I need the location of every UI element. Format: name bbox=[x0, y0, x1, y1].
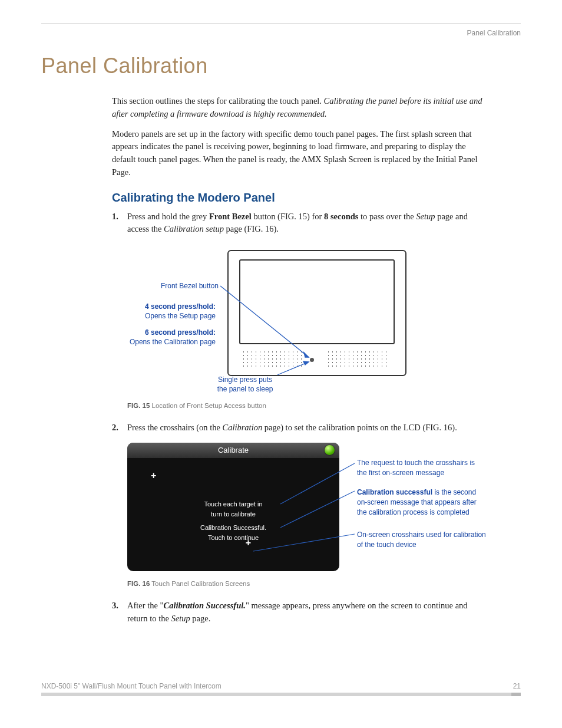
step-list: Press and hold the grey Front Bezel butt… bbox=[112, 210, 489, 625]
intro-para-2: Modero panels are set up in the factory … bbox=[112, 128, 489, 179]
footer-bar bbox=[41, 693, 521, 696]
step2-a: Press the crosshairs (on the bbox=[127, 423, 222, 432]
figure-15: Front Bezel button 4 second press/hold: … bbox=[110, 244, 487, 397]
svg-line-0 bbox=[220, 286, 309, 357]
annot-single-b: the panel to sleep bbox=[217, 385, 273, 393]
step1-i: page (FIG. 16). bbox=[224, 224, 279, 233]
running-head: Panel Calibration bbox=[41, 29, 521, 37]
step-1: Press and hold the grey Front Bezel butt… bbox=[112, 210, 489, 411]
fig15-caption: FIG. 15 Location of Front Setup Access b… bbox=[127, 401, 489, 411]
step3-a: After the " bbox=[127, 601, 163, 610]
step1-f: Setup bbox=[416, 212, 435, 221]
step3-b: Calibration Successful. bbox=[163, 601, 245, 610]
figure-16: Calibrate + Touch each target in turn to… bbox=[127, 443, 504, 575]
annot-single-press: Single press puts the panel to sleep bbox=[192, 375, 298, 394]
svg-marker-1 bbox=[304, 353, 309, 357]
step-3: After the "Calibration Successful." mess… bbox=[112, 599, 489, 625]
intro-text-1a: This section outlines the steps for cali… bbox=[112, 96, 324, 106]
svg-line-4 bbox=[280, 463, 355, 504]
page-title: Panel Calibration bbox=[41, 54, 521, 78]
footer-left: NXD-500i 5" Wall/Flush Mount Touch Panel… bbox=[41, 682, 222, 690]
page-number: 21 bbox=[513, 682, 521, 690]
annot-6sec-title: 6 second press/hold: bbox=[145, 328, 216, 337]
annot-6sec-sub: Opens the Calibration page bbox=[130, 338, 216, 346]
rule-top bbox=[41, 24, 521, 24]
annot-single-a: Single press puts bbox=[218, 375, 272, 384]
annot-4sec: 4 second press/hold: Opens the Setup pag… bbox=[110, 302, 216, 321]
body-column: This section outlines the steps for cali… bbox=[112, 95, 489, 625]
page: Panel Calibration Panel Calibration This… bbox=[0, 0, 562, 728]
step1-e: to pass over the bbox=[358, 212, 416, 221]
fig15-caption-text: Location of Front Setup Access button bbox=[150, 402, 266, 409]
fig16-caption: FIG. 16 Touch Panel Calibration Screens bbox=[127, 579, 489, 589]
step-2: Press the crosshairs (on the Calibration… bbox=[112, 421, 489, 589]
step2-c: page) to set the calibration points on t… bbox=[262, 423, 457, 432]
svg-line-6 bbox=[253, 534, 355, 551]
fig16-caption-num: FIG. 16 bbox=[127, 580, 150, 587]
svg-marker-3 bbox=[303, 361, 309, 365]
step1-d: 8 seconds bbox=[324, 212, 358, 221]
svg-line-2 bbox=[277, 362, 309, 375]
annot-crosshairs: On-screen crosshairs used for calibratio… bbox=[357, 530, 487, 550]
step1-c: button (FIG. 15) for bbox=[252, 212, 324, 221]
annot-4sec-title: 4 second press/hold: bbox=[145, 302, 216, 311]
annot-first-msg: The request to touch the crosshairs is t… bbox=[357, 458, 487, 478]
step1-h: Calibration setup bbox=[164, 224, 224, 233]
svg-line-5 bbox=[280, 491, 355, 528]
annot-4sec-sub: Opens the Setup page bbox=[145, 312, 216, 320]
step1-b: Front Bezel bbox=[209, 212, 252, 221]
annot-6sec: 6 second press/hold: Opens the Calibrati… bbox=[110, 328, 216, 347]
footer-row: NXD-500i 5" Wall/Flush Mount Touch Panel… bbox=[41, 682, 521, 690]
intro-para-1: This section outlines the steps for cali… bbox=[112, 95, 489, 121]
annot-front-bezel: Front Bezel button bbox=[133, 281, 219, 291]
step2-b: Calibration bbox=[222, 423, 262, 432]
annot-success-msg: Calibration successful is the second on-… bbox=[357, 487, 487, 517]
fig15-caption-num: FIG. 15 bbox=[127, 402, 150, 409]
step3-e: page. bbox=[190, 614, 211, 623]
fig16-caption-text: Touch Panel Calibration Screens bbox=[150, 580, 250, 587]
page-footer: NXD-500i 5" Wall/Flush Mount Touch Panel… bbox=[41, 682, 521, 696]
step1-a: Press and hold the grey bbox=[127, 212, 209, 221]
subheading-calibrating: Calibrating the Modero Panel bbox=[112, 191, 489, 205]
step3-d: Setup bbox=[171, 614, 190, 623]
annot-success-bold: Calibration successful bbox=[357, 488, 432, 496]
